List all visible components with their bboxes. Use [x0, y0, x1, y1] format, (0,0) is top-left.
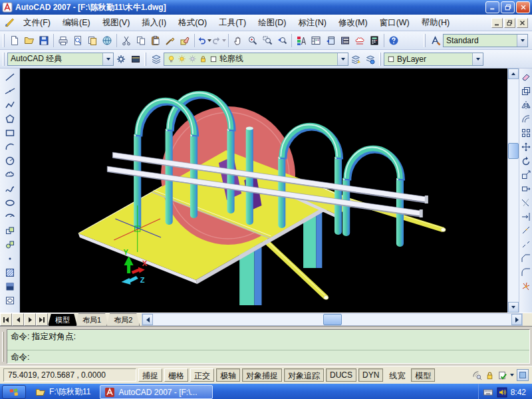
- ellipse-button[interactable]: [3, 196, 17, 209]
- etransmit-button[interactable]: [100, 33, 114, 49]
- menu-modify[interactable]: 修改(M): [332, 15, 374, 31]
- zoom-window-button[interactable]: [260, 33, 275, 49]
- spline-button[interactable]: [3, 182, 17, 196]
- chamfer-button[interactable]: [521, 251, 532, 265]
- redo-button[interactable]: [211, 33, 226, 49]
- mdi-close-button[interactable]: [517, 18, 528, 28]
- mdi-minimize-button[interactable]: [491, 18, 503, 28]
- stretch-button[interactable]: [521, 182, 532, 196]
- taskbar-item-autocad[interactable]: AutoCAD 2007 - [F:\...: [100, 385, 213, 399]
- layer-thaw-sun-icon[interactable]: [178, 55, 186, 63]
- cut-button[interactable]: [119, 33, 134, 49]
- menu-insert[interactable]: 插入(I): [136, 15, 172, 31]
- workspace-combo[interactable]: AutoCAD 经典: [7, 53, 114, 66]
- help-button[interactable]: [386, 33, 401, 49]
- paste-button[interactable]: [148, 33, 163, 49]
- menu-file[interactable]: 文件(F): [17, 15, 57, 31]
- otrack-toggle[interactable]: 对象追踪: [284, 368, 324, 382]
- ellipse-arc-button[interactable]: [3, 209, 17, 223]
- hatch-button[interactable]: [3, 265, 17, 279]
- close-button[interactable]: [516, 1, 530, 13]
- menu-draw[interactable]: 绘图(D): [252, 15, 292, 31]
- drawing-canvas[interactable]: Y X Z: [20, 68, 507, 313]
- save-button[interactable]: [37, 33, 51, 49]
- layer-lock-icon[interactable]: [199, 55, 207, 63]
- toolbar-grip[interactable]: [144, 53, 146, 66]
- move-button[interactable]: [521, 140, 532, 154]
- toolbar-grip[interactable]: [3, 53, 5, 66]
- make-block-button[interactable]: [3, 237, 17, 251]
- block-editor-button[interactable]: [178, 33, 192, 49]
- match-properties-button[interactable]: [163, 33, 178, 49]
- region-button[interactable]: [3, 293, 17, 307]
- zoom-previous-button[interactable]: [275, 33, 289, 49]
- toolbar-lock-icon[interactable]: [485, 370, 495, 380]
- mirror-button[interactable]: [521, 98, 532, 112]
- scroll-right-button[interactable]: [511, 314, 522, 325]
- erase-button[interactable]: [521, 70, 532, 84]
- volume-tray-icon[interactable]: [497, 387, 507, 398]
- minimize-button[interactable]: [485, 1, 499, 13]
- menu-edit[interactable]: 编辑(E): [57, 15, 96, 31]
- fillet-button[interactable]: [521, 265, 532, 279]
- rectangle-button[interactable]: [3, 126, 17, 140]
- restore-button[interactable]: [501, 1, 515, 13]
- combo-dropdown-arrow[interactable]: [102, 53, 113, 65]
- command-history[interactable]: 命令: 指定对角点:: [7, 330, 529, 350]
- communication-center-icon[interactable]: [472, 370, 482, 380]
- scroll-up-button[interactable]: [508, 68, 519, 79]
- horizontal-scroll-track[interactable]: [153, 314, 511, 325]
- start-button[interactable]: [2, 385, 26, 399]
- vertical-scrollbar[interactable]: [507, 68, 519, 313]
- ortho-toggle[interactable]: 正交: [190, 368, 214, 382]
- coordinate-display[interactable]: 75.4019, 270.5687 , 0.0000: [3, 368, 136, 382]
- new-button[interactable]: [7, 33, 22, 49]
- scroll-left-button[interactable]: [142, 314, 153, 325]
- menu-window[interactable]: 窗口(W): [374, 15, 416, 31]
- revision-cloud-button[interactable]: [3, 168, 17, 182]
- polar-toggle[interactable]: 极轴: [216, 368, 240, 382]
- text-style-combo[interactable]: Standard: [443, 34, 528, 47]
- taskbar-item-folder[interactable]: F:\陈秋勤11: [31, 385, 94, 399]
- model-paper-toggle[interactable]: 模型: [411, 368, 435, 382]
- arc-button[interactable]: [3, 140, 17, 154]
- toolbar-grip[interactable]: [3, 34, 5, 47]
- scroll-down-button[interactable]: [508, 302, 519, 313]
- menu-view[interactable]: 视图(V): [96, 15, 136, 31]
- osnap-toggle[interactable]: 对象捕捉: [242, 368, 282, 382]
- scale-button[interactable]: [521, 168, 532, 182]
- combo-dropdown-arrow[interactable]: [337, 53, 348, 65]
- undo-button[interactable]: [197, 33, 211, 49]
- plot-preview-button[interactable]: [70, 33, 85, 49]
- layer-color-swatch[interactable]: [209, 55, 217, 63]
- trim-button[interactable]: [521, 196, 532, 209]
- tool-palettes-button[interactable]: [323, 33, 338, 49]
- dyn-toggle[interactable]: DYN: [358, 368, 383, 382]
- break-at-point-button[interactable]: [521, 223, 532, 237]
- clean-screen-button[interactable]: [517, 369, 529, 381]
- extend-button[interactable]: [521, 209, 532, 223]
- layer-previous-button[interactable]: [348, 51, 363, 67]
- combo-dropdown-arrow[interactable]: [517, 35, 527, 47]
- offset-button[interactable]: [521, 112, 532, 126]
- copy-object-button[interactable]: [521, 84, 532, 98]
- tab-layout2[interactable]: 布局2: [106, 313, 140, 326]
- point-button[interactable]: [3, 251, 17, 265]
- tab-last-button[interactable]: [36, 313, 48, 326]
- vertical-scroll-thumb[interactable]: [508, 143, 519, 159]
- line-button[interactable]: [3, 70, 17, 84]
- tab-next-button[interactable]: [24, 313, 36, 326]
- copy-button[interactable]: [134, 33, 148, 49]
- command-panel-grip[interactable]: [2, 332, 4, 362]
- horizontal-scrollbar[interactable]: [142, 313, 523, 326]
- tab-first-button[interactable]: [0, 313, 12, 326]
- combo-dropdown-arrow[interactable]: [472, 53, 483, 65]
- vertical-scroll-track[interactable]: [508, 79, 519, 302]
- ducs-toggle[interactable]: DUCS: [326, 368, 356, 382]
- keyboard-tray-icon[interactable]: [483, 387, 493, 398]
- layer-on-bulb-icon[interactable]: [167, 55, 176, 63]
- zoom-realtime-button[interactable]: [245, 33, 260, 49]
- toolbar-grip[interactable]: [379, 53, 381, 66]
- layer-freeze-sun-icon[interactable]: [188, 55, 197, 63]
- menu-help[interactable]: 帮助(H): [416, 15, 456, 31]
